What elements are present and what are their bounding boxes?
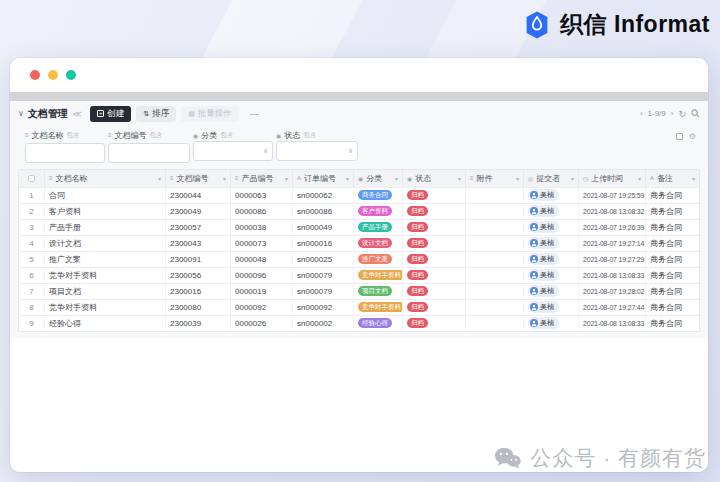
column-header[interactable]: A 备注 ▾ [646, 170, 699, 187]
prev-page-icon[interactable]: ‹ [640, 109, 643, 118]
doc-name-cell[interactable]: 竞争对手资料 [45, 268, 166, 283]
column-header[interactable]: ≡ 产品编号 ▾ [231, 170, 293, 187]
more-menu-icon[interactable]: — [250, 109, 259, 119]
submitter-chip[interactable]: 吴楠 [528, 269, 559, 281]
column-header[interactable]: ◷ 上传时间 ▾ [579, 170, 646, 187]
attachment-cell [466, 316, 524, 331]
submitter-cell: 吴楠 [524, 284, 579, 299]
create-button[interactable]: + 创建 [90, 106, 131, 122]
refresh-icon[interactable]: ↻ [678, 109, 686, 119]
column-label: 提交者 [536, 173, 560, 184]
row-number-cell: 9 [19, 316, 45, 331]
sort-arrow-icon[interactable]: ▾ [395, 175, 398, 182]
submitter-chip[interactable]: 吴楠 [528, 301, 559, 313]
column-header[interactable]: A 订单编号 ▾ [293, 170, 354, 187]
table-row[interactable]: 5 推广文案 2300091 0000048 sn000025 推广文案 归档 … [19, 251, 699, 267]
column-header[interactable]: ◎ 提交者 ▾ [524, 170, 579, 187]
column-type-icon: ◎ [528, 175, 533, 182]
column-header[interactable]: ≡ 文档名称 ▾ [45, 170, 166, 187]
sort-arrow-icon[interactable]: ▾ [285, 175, 288, 182]
avatar-icon [530, 287, 538, 295]
sort-arrow-icon[interactable]: ▾ [692, 175, 695, 182]
submitter-chip[interactable]: 吴楠 [528, 253, 559, 265]
expand-view-icon[interactable] [676, 133, 683, 140]
submitter-cell: 吴楠 [524, 252, 579, 267]
status-badge: 归档 [407, 206, 428, 217]
sort-arrow-icon[interactable]: ▾ [223, 175, 226, 182]
table-row[interactable]: 7 项目文档 2300016 0000019 sn000079 项目文档 归档 … [19, 283, 699, 299]
page-title: 文档管理 [28, 107, 68, 121]
close-window-button[interactable] [30, 70, 40, 80]
column-header[interactable]: ≡ 文档编号 ▾ [166, 170, 231, 187]
submitter-name: 吴楠 [540, 318, 554, 328]
column-header[interactable]: ≡ 附件 ▾ [466, 170, 524, 187]
select-all-checkbox[interactable] [28, 175, 35, 182]
row-number-cell: 5 [19, 252, 45, 267]
submitter-chip[interactable]: 吴楠 [528, 205, 559, 217]
doc-name-cell[interactable]: 推广文案 [45, 252, 166, 267]
column-type-icon: ≡ [170, 175, 174, 181]
doc-name-cell[interactable]: 客户资料 [45, 204, 166, 219]
next-page-icon[interactable]: › [671, 109, 674, 118]
table-row[interactable]: 6 竞争对手资料 2300056 0000096 sn000079 竞争对手资料… [19, 267, 699, 283]
watermark-text: 公众号 · 有颜有货 [530, 444, 706, 472]
table-row[interactable]: 4 设计文档 2300043 0000073 sn000016 设计文档 归档 … [19, 235, 699, 251]
submitter-chip[interactable]: 吴楠 [528, 285, 559, 297]
doc-number-cell: 2300039 [166, 316, 231, 331]
table-row[interactable]: 8 竞争对手资料 2300080 0000092 sn000092 竞争对手资料… [19, 299, 699, 315]
sort-arrow-icon[interactable]: ▾ [346, 175, 349, 182]
doc-name-cell[interactable]: 产品手册 [45, 220, 166, 235]
column-header[interactable]: ◉ 状态 ▾ [403, 170, 466, 187]
doc-name-filter-input[interactable] [25, 143, 105, 163]
category-filter-select[interactable]: ∨ [193, 141, 273, 161]
status-cell: 归档 [403, 300, 466, 315]
category-badge: 客户资料 [358, 206, 392, 217]
sort-arrow-icon[interactable]: ▾ [638, 175, 641, 182]
column-header[interactable]: ◉ 分类 ▾ [354, 170, 403, 187]
submitter-chip[interactable]: 吴楠 [528, 189, 559, 201]
column-label: 状态 [415, 173, 431, 184]
table-row[interactable]: 1 合同 2300044 0000063 sn000062 商务合同 归档 吴楠… [19, 187, 699, 203]
chevron-down-icon[interactable]: ∨ [18, 109, 24, 118]
doc-name-cell[interactable]: 竞争对手资料 [45, 300, 166, 315]
batch-actions-button[interactable]: ▦ 批量操作 [181, 106, 239, 122]
submitter-chip[interactable]: 吴楠 [528, 317, 559, 329]
brand-name: 织信 Informat [560, 9, 710, 40]
filter-status: ◉ 状态 包含 ∨ [276, 129, 358, 163]
doc-number-cell: 2300049 [166, 204, 231, 219]
search-icon[interactable] [691, 109, 700, 118]
sort-button[interactable]: ⇅ 排序 [136, 106, 176, 122]
table-row[interactable]: 2 客户资料 2300049 0000086 sn000086 客户资料 归档 … [19, 203, 699, 219]
column-label: 产品编号 [242, 173, 274, 184]
table-row[interactable]: 9 经验心得 2300039 0000026 sn000002 经验心得 归档 … [19, 315, 699, 331]
sort-arrow-icon[interactable]: ▾ [158, 175, 161, 182]
collapse-icon[interactable]: ≪ [73, 109, 82, 119]
category-badge: 产品手册 [358, 222, 392, 233]
doc-name-cell[interactable]: 经验心得 [45, 316, 166, 331]
column-type-icon: ◉ [358, 175, 363, 182]
chevron-down-icon: ∨ [348, 147, 353, 155]
sort-arrow-icon[interactable]: ▾ [516, 175, 519, 182]
submitter-chip[interactable]: 吴楠 [528, 237, 559, 249]
submitter-chip[interactable]: 吴楠 [528, 221, 559, 233]
order-number-cell: sn000002 [293, 316, 354, 331]
upload-time-cell: 2021-08-07 19:27:14 [579, 236, 646, 251]
gear-icon[interactable]: ⚙ [689, 132, 696, 141]
doc-name-cell[interactable]: 设计文档 [45, 236, 166, 251]
doc-name-cell[interactable]: 合同 [45, 188, 166, 203]
status-filter-select[interactable]: ∨ [276, 141, 358, 161]
upload-time-cell: 2021-08-07 19:26:39 [579, 220, 646, 235]
table-row[interactable]: 3 产品手册 2300057 0000038 sn000049 产品手册 归档 … [19, 219, 699, 235]
remark-cell: 商务合同 [646, 204, 699, 219]
sort-arrow-icon[interactable]: ▾ [571, 175, 574, 182]
sort-arrow-icon[interactable]: ▾ [458, 175, 461, 182]
submitter-name: 吴楠 [540, 270, 554, 280]
doc-number-filter-input[interactable] [108, 143, 190, 163]
doc-name-cell[interactable]: 项目文档 [45, 284, 166, 299]
maximize-window-button[interactable] [66, 70, 76, 80]
attachment-cell [466, 220, 524, 235]
text-field-icon: ≡ [25, 132, 29, 138]
minimize-window-button[interactable] [48, 70, 58, 80]
remark-cell: 商务合同 [646, 236, 699, 251]
remark-cell: 商务合同 [646, 300, 699, 315]
